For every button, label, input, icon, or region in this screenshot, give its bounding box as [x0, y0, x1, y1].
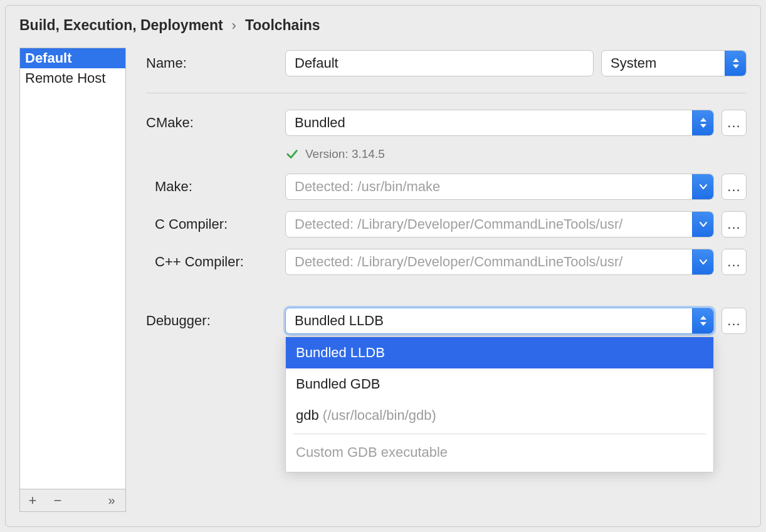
breadcrumb-parent[interactable]: Build, Execution, Deployment [19, 17, 223, 34]
chevron-down-icon [692, 249, 713, 274]
c-compiler-select[interactable]: Detected: /Library/Developer/CommandLine… [285, 211, 714, 237]
c-compiler-label: C Compiler: [146, 216, 285, 232]
settings-panel: Build, Execution, Deployment › Toolchain… [5, 5, 761, 527]
c-compiler-placeholder: Detected: /Library/Developer/CommandLine… [295, 216, 705, 232]
cmake-select[interactable]: Bundled [285, 110, 714, 136]
cxx-compiler-label: C++ Compiler: [146, 254, 285, 270]
debugger-option-gdb-main: gdb [296, 407, 323, 423]
remove-button[interactable]: − [45, 489, 70, 511]
cmake-value: Bundled [295, 115, 705, 131]
make-label: Make: [146, 179, 285, 195]
type-select-value: System [611, 55, 737, 71]
c-compiler-browse-button[interactable]: ... [721, 211, 747, 237]
make-select[interactable]: Detected: /usr/bin/make [285, 174, 714, 200]
chevron-down-icon [692, 174, 713, 199]
debugger-value: Bundled LLDB [295, 313, 705, 329]
debugger-option-bundled-lldb[interactable]: Bundled LLDB [286, 337, 713, 368]
more-button[interactable]: » [97, 489, 125, 511]
stepper-icon [692, 110, 713, 135]
debugger-label: Debugger: [146, 313, 285, 329]
toolchain-item-default[interactable]: Default [20, 48, 125, 68]
breadcrumb: Build, Execution, Deployment › Toolchain… [19, 17, 747, 34]
make-placeholder: Detected: /usr/bin/make [295, 179, 705, 195]
debugger-dropdown: Bundled LLDB Bundled GDB gdb (/usr/local… [285, 336, 714, 472]
debugger-option-bundled-gdb[interactable]: Bundled GDB [286, 368, 713, 400]
cmake-version-label: Version: 3.14.5 [305, 147, 385, 161]
debugger-option-gdb[interactable]: gdb (/usr/local/bin/gdb) [286, 400, 713, 431]
debugger-select[interactable]: Bundled LLDB [285, 308, 714, 334]
dropdown-separator [293, 434, 706, 434]
cmake-version-row: Version: 3.14.5 [285, 147, 747, 161]
check-icon [285, 147, 299, 161]
debugger-browse-button[interactable]: ... [721, 308, 747, 334]
cxx-compiler-select[interactable]: Detected: /Library/Developer/CommandLine… [285, 249, 714, 275]
breadcrumb-current: Toolchains [245, 17, 320, 34]
cxx-compiler-placeholder: Detected: /Library/Developer/CommandLine… [295, 254, 705, 270]
debugger-option-gdb-path: (/usr/local/bin/gdb) [323, 407, 436, 423]
toolchain-sidebar: Default Remote Host + − » [19, 48, 126, 512]
debugger-option-custom-gdb[interactable]: Custom GDB executable [286, 437, 713, 468]
stepper-icon [725, 51, 746, 76]
toolchain-form: Name: System CMake: Bundled [146, 48, 747, 512]
name-label: Name: [146, 55, 285, 71]
cmake-browse-button[interactable]: ... [721, 110, 747, 136]
chevron-right-icon: › [232, 18, 236, 34]
toolchain-list: Default Remote Host [19, 48, 126, 489]
chevron-down-icon [692, 212, 713, 237]
toolchain-toolbar: + − » [19, 489, 126, 512]
make-browse-button[interactable]: ... [721, 174, 747, 200]
name-field[interactable] [285, 50, 594, 76]
add-button[interactable]: + [20, 489, 45, 511]
cmake-label: CMake: [146, 115, 285, 131]
type-select[interactable]: System [601, 50, 747, 76]
stepper-icon [692, 308, 713, 333]
toolchain-item-remote-host[interactable]: Remote Host [20, 68, 125, 88]
cxx-compiler-browse-button[interactable]: ... [721, 249, 747, 275]
